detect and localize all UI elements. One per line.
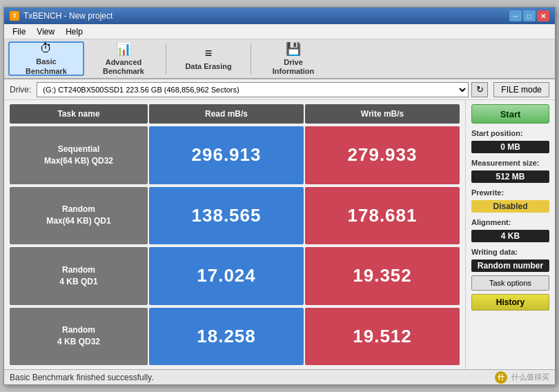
refresh-button[interactable]: ↻ bbox=[471, 82, 488, 97]
refresh-icon: ↻ bbox=[476, 84, 484, 95]
start-button[interactable]: Start bbox=[471, 104, 549, 124]
read-value-sequential: 296.913 bbox=[149, 126, 304, 184]
drive-label: Drive: bbox=[10, 85, 31, 95]
toolbar-separator-2 bbox=[251, 43, 251, 74]
right-panel: Start Start position: 0 MB Measurement s… bbox=[465, 100, 555, 369]
status-bar: Basic Benchmark finished successfully. 什… bbox=[4, 369, 555, 384]
app-icon: T bbox=[10, 11, 19, 21]
prewrite-value: Disabled bbox=[471, 200, 549, 213]
close-button[interactable]: ✕ bbox=[537, 10, 549, 21]
menu-view[interactable]: View bbox=[31, 26, 60, 38]
read-value-random-max: 138.565 bbox=[149, 187, 304, 245]
start-position-value: 0 MB bbox=[471, 141, 549, 153]
alignment-label: Alignment: bbox=[471, 218, 549, 226]
watermark-text: 什么值得买 bbox=[511, 372, 549, 382]
write-value-random-max: 178.681 bbox=[305, 187, 460, 245]
read-value-random-4k-qd32: 18.258 bbox=[149, 308, 304, 366]
drive-select-wrapper: (G:) CT240BX500SSD1 223.56 GB (468,856,9… bbox=[37, 82, 488, 97]
status-icon: 什 bbox=[495, 371, 507, 384]
status-right: 什 什么值得买 bbox=[495, 371, 549, 384]
drive-bar: Drive: (G:) CT240BX500SSD1 223.56 GB (46… bbox=[4, 79, 555, 100]
basic-benchmark-icon: ⏱ bbox=[40, 41, 52, 56]
menu-bar: File View Help bbox=[4, 24, 555, 39]
toolbar-btn-drive-information[interactable]: 💾 DriveInformation bbox=[255, 41, 331, 76]
status-text: Basic Benchmark finished successfully. bbox=[10, 373, 154, 382]
main-window: T TxBENCH - New project ─ □ ✕ File View … bbox=[3, 7, 556, 385]
drive-information-label: DriveInformation bbox=[273, 58, 315, 76]
advanced-benchmark-icon: 📊 bbox=[116, 41, 131, 57]
toolbar: ⏱ BasicBenchmark 📊 AdvancedBenchmark ≡ D… bbox=[4, 39, 555, 79]
measurement-size-label: Measurement size: bbox=[471, 159, 549, 167]
read-value-random-4k-qd1: 17.024 bbox=[149, 247, 304, 305]
data-erasing-label: Data Erasing bbox=[185, 62, 231, 71]
write-value-random-4k-qd32: 19.512 bbox=[305, 308, 460, 366]
main-content: Task name Read mB/s Write mB/s Sequentia… bbox=[4, 100, 555, 369]
prewrite-label: Prewrite: bbox=[471, 188, 549, 197]
benchmark-area: Task name Read mB/s Write mB/s Sequentia… bbox=[4, 100, 465, 369]
window-title: TxBENCH - New project bbox=[23, 11, 112, 21]
advanced-benchmark-label: AdvancedBenchmark bbox=[103, 58, 144, 76]
task-name-random-4k-qd32: Random4 KB QD32 bbox=[10, 308, 148, 366]
header-read: Read mB/s bbox=[149, 104, 304, 124]
file-mode-button[interactable]: FILE mode bbox=[493, 82, 549, 97]
task-options-button[interactable]: Task options bbox=[471, 275, 549, 291]
history-button[interactable]: History bbox=[471, 294, 549, 311]
write-value-random-4k-qd1: 19.352 bbox=[305, 247, 460, 305]
toolbar-separator-1 bbox=[166, 43, 166, 74]
toolbar-btn-data-erasing[interactable]: ≡ Data Erasing bbox=[170, 41, 246, 76]
table-row: SequentialMax(64 KB) QD32 296.913 279.93… bbox=[10, 126, 460, 184]
write-value-sequential: 279.933 bbox=[305, 126, 460, 184]
task-name-random-4k-qd1: Random4 KB QD1 bbox=[10, 247, 148, 305]
title-bar-buttons: ─ □ ✕ bbox=[509, 10, 549, 21]
toolbar-btn-advanced-benchmark[interactable]: 📊 AdvancedBenchmark bbox=[86, 41, 161, 76]
header-write: Write mB/s bbox=[305, 104, 460, 124]
maximize-button[interactable]: □ bbox=[523, 10, 536, 21]
table-row: RandomMax(64 KB) QD1 138.565 178.681 bbox=[10, 187, 460, 245]
table-header: Task name Read mB/s Write mB/s bbox=[10, 104, 460, 124]
header-task-name: Task name bbox=[10, 104, 148, 124]
title-bar: T TxBENCH - New project ─ □ ✕ bbox=[4, 8, 555, 24]
title-bar-left: T TxBENCH - New project bbox=[10, 11, 112, 21]
table-row: Random4 KB QD32 18.258 19.512 bbox=[10, 308, 460, 366]
measurement-size-value: 512 MB bbox=[471, 170, 549, 183]
menu-file[interactable]: File bbox=[7, 26, 31, 38]
basic-benchmark-label: BasicBenchmark bbox=[26, 57, 67, 75]
writing-data-value: Random number bbox=[471, 259, 549, 272]
table-row: Random4 KB QD1 17.024 19.352 bbox=[10, 247, 460, 305]
start-position-label: Start position: bbox=[471, 129, 549, 137]
task-name-random-max: RandomMax(64 KB) QD1 bbox=[10, 187, 148, 245]
data-erasing-icon: ≡ bbox=[205, 46, 213, 61]
drive-information-icon: 💾 bbox=[286, 41, 301, 57]
alignment-value: 4 KB bbox=[471, 230, 549, 242]
toolbar-btn-basic-benchmark[interactable]: ⏱ BasicBenchmark bbox=[8, 41, 84, 76]
drive-select[interactable]: (G:) CT240BX500SSD1 223.56 GB (468,856,9… bbox=[37, 82, 469, 97]
benchmark-rows: SequentialMax(64 KB) QD32 296.913 279.93… bbox=[10, 126, 460, 365]
writing-data-label: Writing data: bbox=[471, 248, 549, 256]
minimize-button[interactable]: ─ bbox=[509, 10, 522, 21]
menu-help[interactable]: Help bbox=[60, 26, 88, 38]
task-name-sequential: SequentialMax(64 KB) QD32 bbox=[10, 126, 148, 184]
